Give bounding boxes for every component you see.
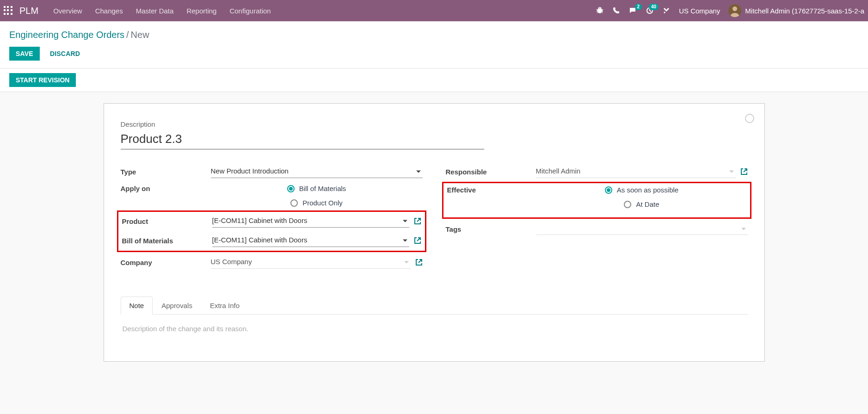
apply-on-product-label: Product Only [302,199,343,207]
external-link-icon[interactable] [414,237,421,244]
form-sheet: Description Type Apply on [104,103,765,362]
control-panel: Engineering Change Orders/New Save Disca… [0,21,868,68]
bug-icon[interactable] [596,6,604,15]
discard-button[interactable]: Discard [43,47,86,61]
effective-asap-radio[interactable]: As soon as possible [605,186,678,194]
avatar [728,4,741,17]
radio-unchecked-icon [624,201,631,208]
messages-badge: 2 [635,4,642,10]
effective-asap-label: As soon as possible [617,186,678,194]
tab-approvals[interactable]: Approvals [153,297,201,315]
apply-on-bom-label: Bill of Materials [299,185,346,192]
tab-note[interactable]: Note [121,297,153,315]
bom-label: Bill of Materials [122,237,212,245]
nav-changes[interactable]: Changes [95,7,123,15]
chevron-down-icon [741,228,746,230]
effective-atdate-label: At Date [636,200,659,208]
description-label: Description [121,120,748,128]
apply-on-product-radio[interactable]: Product Only [290,199,343,207]
nav-master-data[interactable]: Master Data [136,7,174,15]
apply-on-label: Apply on [121,185,211,192]
user-menu[interactable]: Mitchell Admin (17627725-saas-15-2-a [728,4,864,17]
bom-select[interactable] [212,234,409,247]
nav-configuration[interactable]: Configuration [229,7,271,15]
tabs: Note Approvals Extra Info [121,297,748,315]
type-select[interactable] [211,165,423,178]
messages-icon[interactable]: 2 [629,6,637,15]
product-label: Product [122,217,212,225]
tags-label: Tags [446,225,536,233]
radio-unchecked-icon [290,199,298,207]
user-name: Mitchell Admin (17627725-saas-15-2-a [745,7,864,15]
highlight-product-bom: Product Bill of Materials [117,210,426,252]
external-link-icon[interactable] [414,217,421,225]
description-input[interactable] [121,130,484,149]
effective-atdate-radio[interactable]: At Date [624,200,659,208]
note-placeholder: Description of the change and its reason… [123,325,746,333]
tab-extra-info[interactable]: Extra Info [201,297,248,315]
top-navbar: PLM Overview Changes Master Data Reporti… [0,0,868,21]
app-brand[interactable]: PLM [19,6,38,16]
external-link-icon[interactable] [415,259,423,266]
company-selector[interactable]: US Company [679,7,720,15]
phone-icon[interactable] [612,6,621,15]
apply-on-bom-radio[interactable]: Bill of Materials [287,185,346,192]
product-select[interactable] [212,215,409,228]
svg-point-3 [733,6,737,11]
breadcrumb-parent[interactable]: Engineering Change Orders [9,30,124,40]
breadcrumb: Engineering Change Orders/New [9,30,859,40]
apps-icon[interactable] [4,6,13,15]
responsible-select[interactable] [536,165,736,178]
company-label: Company [121,259,211,266]
save-button[interactable]: Save [9,47,40,61]
nav-reporting[interactable]: Reporting [186,7,216,15]
external-link-icon[interactable] [740,168,748,175]
statusbar: Start Revision [0,68,868,92]
start-revision-button[interactable]: Start Revision [9,73,76,87]
activity-icon[interactable]: 40 [646,6,654,15]
nav-overview[interactable]: Overview [53,7,82,15]
responsible-label: Responsible [446,168,536,176]
tools-icon[interactable] [662,6,671,15]
radio-checked-icon [287,185,295,192]
note-content[interactable]: Description of the change and its reason… [121,315,748,343]
radio-checked-icon [605,186,612,194]
activity-badge: 40 [649,4,659,10]
svg-point-0 [598,8,602,13]
company-select[interactable] [211,256,411,269]
effective-label: Effective [447,186,537,194]
type-label: Type [121,168,211,176]
priority-toggle[interactable] [745,114,754,123]
tags-input[interactable] [536,223,748,235]
highlight-effective: Effective As soon as possible At Date [442,182,751,219]
breadcrumb-current: New [131,30,149,40]
